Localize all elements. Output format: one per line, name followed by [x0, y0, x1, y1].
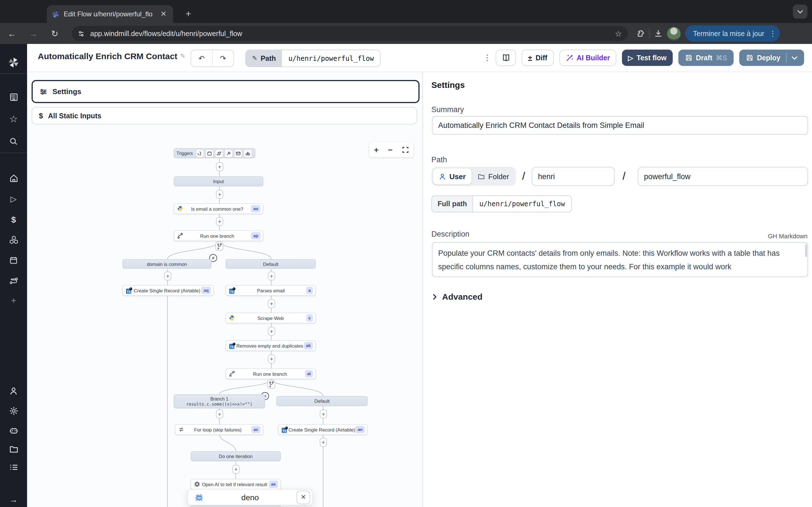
description-textarea[interactable]: Populate your CRM contacts' details from…: [432, 242, 808, 277]
add-step-button[interactable]: +: [216, 409, 223, 418]
reload-icon[interactable]: ↻: [47, 26, 62, 41]
textarea-scrollbar[interactable]: [805, 244, 807, 257]
branch-label-domain[interactable]: domain is common: [122, 259, 211, 269]
step-node-run-one-branch-bottom[interactable]: Run one branch al: [225, 369, 316, 379]
step-node-run-one-branch-top[interactable]: Run one branch ap: [174, 230, 263, 241]
site-info-icon[interactable]: [77, 30, 85, 38]
step-node-create-record-left[interactable]: Create Single Record (Airtable) aq: [122, 285, 214, 296]
close-icon[interactable]: ✕: [297, 490, 310, 504]
sidebar-item-runs[interactable]: ▷: [0, 191, 27, 207]
path-button[interactable]: ✎Path u/henri/powerful_flow: [245, 50, 380, 67]
settings-heading: Settings: [432, 80, 465, 90]
deploy-button[interactable]: Deploy: [740, 50, 804, 66]
new-tab-button[interactable]: +: [182, 7, 195, 21]
add-step-button[interactable]: +: [216, 190, 223, 199]
back-icon[interactable]: ←: [4, 26, 19, 41]
triggers-node[interactable]: Triggers: [174, 148, 255, 158]
sidebar-item-user[interactable]: [0, 383, 27, 399]
search-icon[interactable]: [0, 133, 27, 149]
toggle-folder[interactable]: Folder: [472, 168, 515, 184]
add-step-button[interactable]: +: [320, 409, 327, 418]
sidebar-item-variables[interactable]: $: [0, 211, 27, 227]
sidebar-item-routes[interactable]: [0, 273, 27, 288]
loop-iteration-node[interactable]: Do one iteration: [191, 451, 281, 461]
sidebar-item-resources[interactable]: [0, 231, 27, 247]
sidebar-item-workspace[interactable]: [0, 89, 27, 105]
toggle-user[interactable]: User: [433, 168, 472, 185]
add-step-button[interactable]: +: [268, 299, 275, 308]
tab-close-icon[interactable]: ✕: [158, 9, 168, 19]
branch-label-branch1[interactable]: Branch 1 results.c.some((x)=>x!=""): [174, 394, 265, 408]
step-node-removes-duplicates[interactable]: Removes empty and duplicates ak: [225, 340, 316, 351]
branch-label-default[interactable]: Default: [225, 259, 316, 269]
flow-settings-panel: Settings Summary Path User Folder / / Fu…: [423, 72, 812, 507]
add-branch-button[interactable]: [267, 380, 275, 389]
branch-label-default2[interactable]: Default: [276, 396, 368, 406]
avatar[interactable]: [667, 27, 680, 40]
settings-gear-icon[interactable]: [0, 403, 27, 418]
advanced-label: Advanced: [442, 292, 483, 301]
add-branch-button[interactable]: [215, 242, 223, 251]
path-name-input[interactable]: [638, 167, 808, 186]
sidebar-item-folders[interactable]: [0, 441, 27, 457]
summary-input[interactable]: [432, 116, 808, 135]
step-node-parses-email[interactable]: Parses email a: [225, 285, 316, 296]
markdown-hint: GH Markdown: [768, 233, 808, 239]
webhook-icon[interactable]: [196, 150, 204, 157]
sidebar-item-home[interactable]: [0, 170, 27, 186]
chrome-update-button[interactable]: Terminer la mise à jour ⋮: [685, 25, 780, 42]
test-flow-button[interactable]: ▷Test flow: [622, 50, 673, 66]
browser-menu-icon[interactable]: ⋮: [769, 31, 777, 36]
add-step-button[interactable]: +: [268, 354, 275, 363]
poll-icon[interactable]: [244, 150, 252, 157]
diff-button[interactable]: ±Diff: [522, 50, 553, 66]
user-icon: [439, 173, 446, 180]
step-node-create-record-right[interactable]: Create Single Record (Airtable) an: [278, 424, 368, 435]
windmill-logo-icon[interactable]: [0, 55, 27, 70]
add-step-button[interactable]: +: [232, 465, 240, 474]
more-options-icon[interactable]: ⋮: [483, 55, 490, 60]
step-node-partial[interactable]: [191, 505, 281, 507]
step-node-is-email[interactable]: Is email a common one? ao: [174, 203, 263, 214]
bookmark-star-icon[interactable]: ☆: [615, 29, 622, 38]
step-node-for-loop[interactable]: For loop (skip failures) ac: [175, 424, 263, 435]
tutorials-button[interactable]: [496, 50, 516, 66]
add-step-button[interactable]: +: [216, 162, 223, 171]
favorites-star-icon[interactable]: ☆: [0, 111, 27, 127]
add-step-button[interactable]: +: [268, 327, 275, 336]
download-icon[interactable]: [654, 29, 663, 38]
step-node-scrape-web[interactable]: Scrape Web c: [225, 313, 316, 323]
schedule-icon[interactable]: [206, 150, 213, 157]
flow-title[interactable]: Automatically Enrich CRM Contact ✎: [38, 51, 186, 61]
windmill-favicon: [51, 10, 60, 18]
sidebar-item-workers[interactable]: [0, 422, 27, 438]
browser-tab[interactable]: Edit Flow u/henri/powerful_flo ✕: [47, 5, 173, 23]
sidebar-item-schedules[interactable]: [0, 252, 27, 268]
collapse-arrow-icon[interactable]: →: [0, 491, 27, 507]
step-badge: ac: [251, 426, 260, 433]
add-step-button[interactable]: +: [216, 217, 223, 226]
add-step-button[interactable]: +: [320, 438, 327, 447]
path-owner-input[interactable]: [532, 167, 615, 186]
step-label: Run one branch: [235, 371, 305, 377]
ai-builder-button[interactable]: AI Builder: [559, 50, 616, 66]
step-node-openai[interactable]: Open AI to tell if relevant result ae: [191, 479, 281, 490]
draft-button[interactable]: Draft⌘S: [678, 50, 733, 66]
route-icon[interactable]: [215, 150, 223, 157]
sidebar-item-logs[interactable]: [0, 459, 27, 475]
forward-icon[interactable]: →: [26, 26, 41, 41]
undo-button[interactable]: ↶: [191, 50, 212, 66]
websocket-icon[interactable]: [225, 150, 232, 157]
add-step-button[interactable]: +: [268, 272, 275, 281]
add-step-button[interactable]: +: [164, 272, 171, 281]
advanced-toggle[interactable]: Advanced: [433, 292, 483, 301]
extensions-icon[interactable]: [636, 29, 645, 38]
deploy-dropdown[interactable]: [786, 53, 797, 62]
email-icon[interactable]: [235, 150, 242, 157]
sidebar-add-icon[interactable]: +: [0, 293, 27, 309]
flow-editor-panel: Settings $ All Static Inputs + −: [27, 72, 423, 507]
input-node[interactable]: Input: [174, 176, 263, 186]
redo-button[interactable]: ↷: [212, 50, 234, 66]
window-chevron-button[interactable]: [793, 4, 808, 18]
url-bar[interactable]: app.windmill.dev/flows/edit/u/henri/powe…: [71, 26, 627, 41]
